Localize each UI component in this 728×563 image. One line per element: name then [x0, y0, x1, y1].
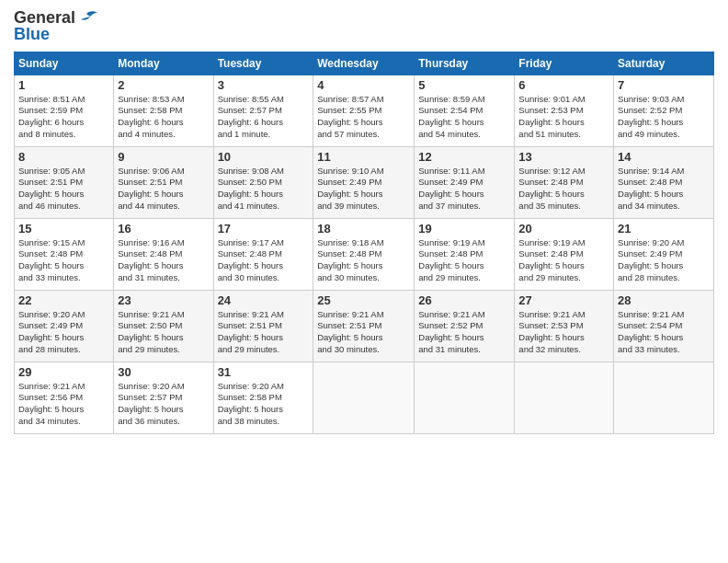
- col-saturday: Saturday: [614, 52, 714, 75]
- day-detail: Sunrise: 9:21 AM Sunset: 2:54 PM Dayligh…: [618, 309, 710, 356]
- day-number: 14: [618, 150, 710, 164]
- calendar-cell: 7Sunrise: 9:03 AM Sunset: 2:52 PM Daylig…: [614, 75, 714, 146]
- calendar-cell: 31Sunrise: 9:20 AM Sunset: 2:58 PM Dayli…: [213, 362, 313, 433]
- day-detail: Sunrise: 9:21 AM Sunset: 2:51 PM Dayligh…: [317, 309, 410, 356]
- calendar-cell: 12Sunrise: 9:11 AM Sunset: 2:49 PM Dayli…: [415, 146, 515, 218]
- calendar-cell: 25Sunrise: 9:21 AM Sunset: 2:51 PM Dayli…: [313, 290, 415, 362]
- day-detail: Sunrise: 8:51 AM Sunset: 2:59 PM Dayligh…: [18, 94, 109, 141]
- calendar-cell: 6Sunrise: 9:01 AM Sunset: 2:53 PM Daylig…: [515, 75, 614, 146]
- calendar-cell: [313, 362, 415, 433]
- day-detail: Sunrise: 9:17 AM Sunset: 2:48 PM Dayligh…: [218, 237, 310, 284]
- col-sunday: Sunday: [15, 52, 114, 75]
- day-detail: Sunrise: 9:20 AM Sunset: 2:49 PM Dayligh…: [18, 309, 109, 356]
- calendar-cell: 20Sunrise: 9:19 AM Sunset: 2:48 PM Dayli…: [515, 218, 614, 290]
- col-wednesday: Wednesday: [313, 52, 415, 75]
- calendar-cell: 11Sunrise: 9:10 AM Sunset: 2:49 PM Dayli…: [313, 146, 415, 218]
- calendar-cell: [415, 362, 515, 433]
- day-number: 23: [118, 293, 209, 307]
- logo: General Blue: [14, 9, 97, 44]
- day-number: 5: [418, 78, 510, 92]
- day-number: 18: [317, 222, 410, 236]
- col-friday: Friday: [515, 52, 614, 75]
- day-detail: Sunrise: 8:57 AM Sunset: 2:55 PM Dayligh…: [317, 94, 410, 141]
- calendar-week-row: 22Sunrise: 9:20 AM Sunset: 2:49 PM Dayli…: [15, 290, 714, 362]
- calendar-cell: [515, 362, 614, 433]
- day-detail: Sunrise: 9:21 AM Sunset: 2:56 PM Dayligh…: [18, 381, 109, 428]
- day-number: 19: [418, 222, 510, 236]
- day-detail: Sunrise: 9:06 AM Sunset: 2:51 PM Dayligh…: [118, 166, 209, 213]
- col-monday: Monday: [114, 52, 213, 75]
- day-number: 9: [118, 150, 209, 164]
- day-detail: Sunrise: 9:01 AM Sunset: 2:53 PM Dayligh…: [518, 94, 609, 141]
- calendar-cell: 24Sunrise: 9:21 AM Sunset: 2:51 PM Dayli…: [213, 290, 313, 362]
- day-detail: Sunrise: 9:14 AM Sunset: 2:48 PM Dayligh…: [618, 166, 710, 213]
- calendar-cell: 1Sunrise: 8:51 AM Sunset: 2:59 PM Daylig…: [15, 75, 114, 146]
- col-thursday: Thursday: [415, 52, 515, 75]
- day-number: 17: [218, 222, 310, 236]
- day-detail: Sunrise: 9:21 AM Sunset: 2:51 PM Dayligh…: [218, 309, 310, 356]
- day-number: 15: [18, 222, 109, 236]
- calendar-cell: 3Sunrise: 8:55 AM Sunset: 2:57 PM Daylig…: [213, 75, 313, 146]
- day-number: 25: [317, 293, 410, 307]
- calendar-cell: 18Sunrise: 9:18 AM Sunset: 2:48 PM Dayli…: [313, 218, 415, 290]
- calendar-cell: 10Sunrise: 9:08 AM Sunset: 2:50 PM Dayli…: [213, 146, 313, 218]
- day-number: 2: [118, 78, 209, 92]
- day-number: 27: [518, 293, 609, 307]
- day-detail: Sunrise: 8:59 AM Sunset: 2:54 PM Dayligh…: [418, 94, 510, 141]
- calendar-cell: 23Sunrise: 9:21 AM Sunset: 2:50 PM Dayli…: [114, 290, 213, 362]
- calendar-cell: 14Sunrise: 9:14 AM Sunset: 2:48 PM Dayli…: [614, 146, 714, 218]
- day-detail: Sunrise: 9:21 AM Sunset: 2:53 PM Dayligh…: [518, 309, 609, 356]
- day-detail: Sunrise: 9:03 AM Sunset: 2:52 PM Dayligh…: [618, 94, 710, 141]
- day-detail: Sunrise: 9:20 AM Sunset: 2:58 PM Dayligh…: [218, 381, 310, 428]
- day-number: 13: [518, 150, 609, 164]
- calendar-week-row: 15Sunrise: 9:15 AM Sunset: 2:48 PM Dayli…: [15, 218, 714, 290]
- calendar-cell: [614, 362, 714, 433]
- day-number: 16: [118, 222, 209, 236]
- day-detail: Sunrise: 8:53 AM Sunset: 2:58 PM Dayligh…: [118, 94, 209, 141]
- day-number: 1: [18, 78, 109, 92]
- day-number: 7: [618, 78, 710, 92]
- day-number: 22: [18, 293, 109, 307]
- calendar-cell: 2Sunrise: 8:53 AM Sunset: 2:58 PM Daylig…: [114, 75, 213, 146]
- day-detail: Sunrise: 9:10 AM Sunset: 2:49 PM Dayligh…: [317, 166, 410, 213]
- calendar-cell: 30Sunrise: 9:20 AM Sunset: 2:57 PM Dayli…: [114, 362, 213, 433]
- day-detail: Sunrise: 9:19 AM Sunset: 2:48 PM Dayligh…: [418, 237, 510, 284]
- day-detail: Sunrise: 9:08 AM Sunset: 2:50 PM Dayligh…: [218, 166, 310, 213]
- calendar-cell: 13Sunrise: 9:12 AM Sunset: 2:48 PM Dayli…: [515, 146, 614, 218]
- day-number: 6: [518, 78, 609, 92]
- calendar-cell: 29Sunrise: 9:21 AM Sunset: 2:56 PM Dayli…: [15, 362, 114, 433]
- day-number: 11: [317, 150, 410, 164]
- day-number: 10: [218, 150, 310, 164]
- calendar-week-row: 1Sunrise: 8:51 AM Sunset: 2:59 PM Daylig…: [15, 75, 714, 146]
- day-detail: Sunrise: 9:20 AM Sunset: 2:49 PM Dayligh…: [618, 237, 710, 284]
- calendar-cell: 19Sunrise: 9:19 AM Sunset: 2:48 PM Dayli…: [415, 218, 515, 290]
- day-detail: Sunrise: 9:11 AM Sunset: 2:49 PM Dayligh…: [418, 166, 510, 213]
- day-number: 20: [518, 222, 609, 236]
- logo-bird-icon: [77, 10, 97, 27]
- day-detail: Sunrise: 9:19 AM Sunset: 2:48 PM Dayligh…: [518, 237, 609, 284]
- day-detail: Sunrise: 9:21 AM Sunset: 2:50 PM Dayligh…: [118, 309, 209, 356]
- day-number: 31: [218, 365, 310, 379]
- page-header: General Blue: [14, 9, 714, 44]
- day-number: 29: [18, 365, 109, 379]
- day-number: 26: [418, 293, 510, 307]
- day-number: 28: [618, 293, 710, 307]
- logo-blue-text: Blue: [14, 26, 50, 44]
- day-number: 30: [118, 365, 209, 379]
- calendar-cell: 26Sunrise: 9:21 AM Sunset: 2:52 PM Dayli…: [415, 290, 515, 362]
- day-number: 8: [18, 150, 109, 164]
- day-number: 21: [618, 222, 710, 236]
- calendar-table: Sunday Monday Tuesday Wednesday Thursday…: [14, 52, 714, 434]
- calendar-cell: 5Sunrise: 8:59 AM Sunset: 2:54 PM Daylig…: [415, 75, 515, 146]
- day-detail: Sunrise: 9:12 AM Sunset: 2:48 PM Dayligh…: [518, 166, 609, 213]
- col-tuesday: Tuesday: [213, 52, 313, 75]
- day-number: 3: [218, 78, 310, 92]
- day-number: 4: [317, 78, 410, 92]
- day-number: 24: [218, 293, 310, 307]
- day-detail: Sunrise: 9:05 AM Sunset: 2:51 PM Dayligh…: [18, 166, 109, 213]
- calendar-cell: 4Sunrise: 8:57 AM Sunset: 2:55 PM Daylig…: [313, 75, 415, 146]
- calendar-cell: 16Sunrise: 9:16 AM Sunset: 2:48 PM Dayli…: [114, 218, 213, 290]
- day-number: 12: [418, 150, 510, 164]
- calendar-cell: 21Sunrise: 9:20 AM Sunset: 2:49 PM Dayli…: [614, 218, 714, 290]
- day-detail: Sunrise: 9:18 AM Sunset: 2:48 PM Dayligh…: [317, 237, 410, 284]
